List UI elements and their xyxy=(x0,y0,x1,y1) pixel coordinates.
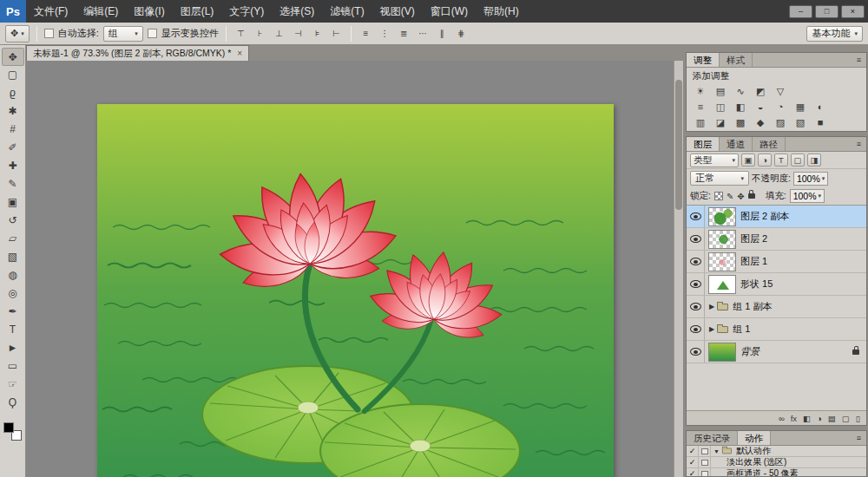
color-lookup-icon[interactable]: ▦ xyxy=(792,100,809,114)
visibility-eye-icon[interactable] xyxy=(690,258,701,265)
invert-icon[interactable]: ◐ xyxy=(812,100,829,114)
menu-window[interactable]: 窗口(W) xyxy=(423,0,476,23)
action-name[interactable]: 画框通道 - 50 像素 xyxy=(711,467,799,477)
close-button[interactable]: × xyxy=(841,5,865,18)
clone-stamp-tool[interactable]: ▣ xyxy=(2,193,24,212)
blur-tool[interactable]: ◍ xyxy=(2,266,24,284)
blend-mode-dropdown[interactable]: 正常 ▾ xyxy=(690,171,749,186)
shape-layer-thumbnail[interactable] xyxy=(708,275,736,294)
zoom-tool[interactable]: Ϙ xyxy=(2,394,24,412)
type-layer-filter-icon[interactable]: T xyxy=(774,154,788,167)
layer-style-icon[interactable]: fx xyxy=(791,412,797,425)
workspace-switcher[interactable]: 基本功能 ▾ xyxy=(806,26,863,42)
opacity-input[interactable]: 100% ▾ xyxy=(793,172,828,186)
history-brush-tool[interactable]: ↺ xyxy=(2,212,24,230)
delete-layer-icon[interactable]: ▯ xyxy=(856,412,860,425)
action-check-icon[interactable]: ✓ xyxy=(687,457,699,467)
tab-actions[interactable]: 动作 xyxy=(738,431,771,445)
new-layer-icon[interactable]: ▢ xyxy=(842,412,850,425)
pixel-layer-filter-icon[interactable]: ▣ xyxy=(741,154,755,167)
dialog-toggle-icon[interactable] xyxy=(701,471,708,477)
threshold-icon[interactable]: ◪ xyxy=(712,115,729,129)
layer-name[interactable]: 形状 15 xyxy=(736,278,773,291)
path-selection-tool[interactable]: ► xyxy=(2,339,24,357)
menu-filter[interactable]: 滤镜(T) xyxy=(322,0,372,23)
menu-view[interactable]: 视图(V) xyxy=(372,0,423,23)
align-left-edges-icon[interactable]: ⊣ xyxy=(291,27,306,41)
eraser-tool[interactable]: ▱ xyxy=(2,230,24,248)
menu-image[interactable]: 图像(I) xyxy=(126,0,172,23)
expand-arrow-icon[interactable]: ▶ xyxy=(709,325,714,333)
dialog-toggle-icon[interactable] xyxy=(701,460,708,466)
menu-edit[interactable]: 编辑(E) xyxy=(76,0,126,23)
layer-name[interactable]: 图层 2 xyxy=(736,232,767,245)
document-canvas[interactable] xyxy=(97,104,614,477)
panel-menu-icon[interactable]: ≡ xyxy=(852,431,866,445)
align-top-edges-icon[interactable]: ⊤ xyxy=(233,27,248,41)
tab-history[interactable]: 历史记录 xyxy=(687,431,738,445)
panel-menu-icon[interactable]: ≡ xyxy=(852,137,866,151)
expand-icon[interactable]: ▼ xyxy=(713,448,720,454)
distribute-right-edges-icon[interactable]: ⋕ xyxy=(454,27,469,41)
visibility-eye-icon[interactable] xyxy=(690,303,701,310)
canvas-area[interactable] xyxy=(26,61,684,477)
gradient-map-icon[interactable]: ▩ xyxy=(732,115,749,129)
lock-transparency-icon[interactable] xyxy=(714,192,723,200)
gradient-tool[interactable]: ▧ xyxy=(2,248,24,266)
action-row[interactable]: ✓ 画框通道 - 50 像素 xyxy=(687,468,866,477)
dialog-toggle-icon[interactable] xyxy=(701,448,708,454)
black-white-icon[interactable]: ◧ xyxy=(732,100,749,114)
align-vertical-centers-icon[interactable]: ⊦ xyxy=(253,27,267,41)
layer-name[interactable]: 图层 1 xyxy=(736,255,767,268)
tab-paths[interactable]: 路径 xyxy=(753,137,786,151)
tab-close-icon[interactable]: × xyxy=(237,49,242,58)
spot-healing-brush-tool[interactable]: ✚ xyxy=(2,157,24,175)
minimize-button[interactable]: – xyxy=(789,5,812,18)
eyedropper-tool[interactable]: ✐ xyxy=(2,139,24,157)
hand-tool[interactable]: ☞ xyxy=(2,376,24,394)
lock-paint-icon[interactable]: ✎ xyxy=(727,192,733,201)
auto-select-dropdown[interactable]: 组 ▾ xyxy=(103,26,143,42)
maximize-button[interactable]: □ xyxy=(815,5,838,18)
distribute-left-edges-icon[interactable]: ⋯ xyxy=(416,27,431,41)
type-tool[interactable]: T xyxy=(2,321,24,339)
tab-channels[interactable]: 通道 xyxy=(720,137,753,151)
lock-move-icon[interactable]: ✥ xyxy=(737,192,744,201)
menu-help[interactable]: 帮助(H) xyxy=(476,0,527,23)
photo-filter-icon[interactable]: ◒ xyxy=(752,100,769,114)
gradient-fill-icon[interactable]: ▧ xyxy=(792,115,809,129)
vertical-scrollbar[interactable] xyxy=(674,61,683,477)
panel-menu-icon[interactable]: ≡ xyxy=(852,53,866,67)
visibility-eye-icon[interactable] xyxy=(690,280,701,288)
distribute-horizontal-centers-icon[interactable]: ∥ xyxy=(435,27,450,41)
menu-layer[interactable]: 图层(L) xyxy=(173,0,222,23)
layer-thumbnail[interactable] xyxy=(708,230,736,249)
tool-preset-picker[interactable]: ✥ ▾ xyxy=(5,25,30,42)
expand-arrow-icon[interactable]: ▶ xyxy=(709,303,714,310)
document-tab[interactable]: 未标题-1 @ 73.3% (图层 2 副本, RGB/8/CMYK) * × xyxy=(26,45,249,61)
quick-selection-tool[interactable]: ✱ xyxy=(2,102,24,121)
layer-row[interactable]: 图层 2 副本 xyxy=(687,206,866,228)
layer-thumbnail[interactable] xyxy=(708,343,736,362)
brightness-contrast-icon[interactable]: ☀ xyxy=(692,84,709,98)
pen-tool[interactable]: ✒ xyxy=(2,303,24,321)
tab-styles[interactable]: 样式 xyxy=(720,53,753,67)
distribute-top-edges-icon[interactable]: ≡ xyxy=(358,27,373,41)
foreground-color-swatch[interactable] xyxy=(3,422,14,433)
adjustment-layer-filter-icon[interactable]: ◑ xyxy=(758,154,772,167)
solid-color-icon[interactable]: ■ xyxy=(812,115,829,129)
color-balance-icon[interactable]: ◫ xyxy=(712,100,729,114)
layer-row[interactable]: 图层 2 xyxy=(687,228,866,251)
auto-select-checkbox[interactable] xyxy=(44,29,54,38)
hue-saturation-icon[interactable]: ≡ xyxy=(692,100,709,114)
dodge-tool[interactable]: ◎ xyxy=(2,284,24,303)
layer-row[interactable]: 图层 1 xyxy=(687,251,866,273)
align-right-edges-icon[interactable]: ⊢ xyxy=(329,27,344,41)
layer-name[interactable]: 图层 2 副本 xyxy=(736,210,789,223)
crop-tool[interactable]: # xyxy=(2,121,24,139)
action-check-icon[interactable]: ✓ xyxy=(687,446,699,456)
lasso-tool[interactable]: ϱ xyxy=(2,84,24,102)
background-layer-row[interactable]: 背景 xyxy=(687,341,866,363)
lock-all-icon[interactable] xyxy=(748,193,755,199)
menu-file[interactable]: 文件(F) xyxy=(26,0,76,23)
